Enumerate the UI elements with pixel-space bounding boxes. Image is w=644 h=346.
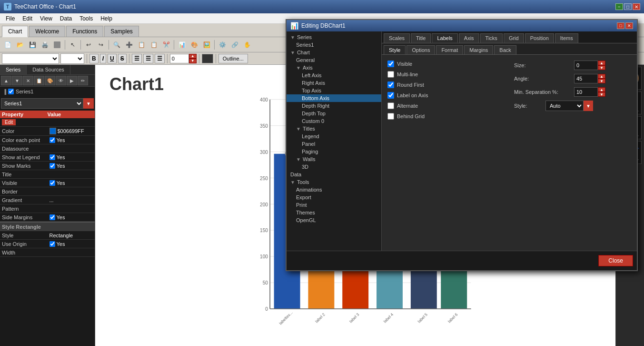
print-button[interactable]: 🖨️ xyxy=(39,39,50,51)
image-button[interactable]: 🖼️ xyxy=(201,39,212,51)
panel-tab-datasources[interactable]: Data Sources xyxy=(27,65,70,74)
tree-axis[interactable]: ▼ Axis xyxy=(287,64,381,71)
close-dialog-button[interactable]: Close xyxy=(598,255,633,266)
min-sep-spin-up[interactable]: ▲ xyxy=(598,87,605,92)
edit-button[interactable]: Edit xyxy=(2,119,16,125)
tab-functions[interactable]: Functions xyxy=(66,26,103,37)
size-input[interactable] xyxy=(170,54,189,63)
series-arrow-btn[interactable]: ▼ xyxy=(83,98,94,109)
maximize-button[interactable]: □ xyxy=(624,3,632,10)
color-button[interactable]: 🎨 xyxy=(188,39,200,51)
tree-chart[interactable]: ▼ Chart xyxy=(287,49,381,56)
preview-button[interactable] xyxy=(51,39,63,51)
tree-opengl[interactable]: OpenGL xyxy=(287,216,381,224)
sub-tab-style[interactable]: Style xyxy=(384,45,406,54)
underline-button[interactable]: U xyxy=(108,54,117,63)
add-button[interactable]: ➕ xyxy=(123,39,135,51)
behind-grid-checkbox[interactable] xyxy=(387,113,394,120)
tab-labels[interactable]: Labels xyxy=(432,33,457,43)
series-visible-btn[interactable]: 👁 xyxy=(56,76,66,85)
tab-welcome[interactable]: Welcome xyxy=(29,26,65,37)
tree-right-axis[interactable]: Right Axis xyxy=(287,79,381,87)
round-first-checkbox[interactable] xyxy=(387,81,394,88)
new-button[interactable]: 📄 xyxy=(2,39,13,51)
tree-custom0[interactable]: Custom 0 xyxy=(287,117,381,125)
tree-depth-right[interactable]: Depth Right xyxy=(287,102,381,110)
tab-scales[interactable]: Scales xyxy=(384,33,410,43)
series-up-btn[interactable]: ▲ xyxy=(1,76,11,85)
show-legend-checkbox[interactable] xyxy=(50,154,55,160)
visible-checkbox[interactable] xyxy=(50,180,55,186)
link-button[interactable]: 🔗 xyxy=(229,39,240,51)
paste-button[interactable]: 📋 xyxy=(148,39,159,51)
tree-themes[interactable]: Themes xyxy=(287,209,381,216)
tree-series[interactable]: ▼ Series xyxy=(287,33,381,41)
tree-panel[interactable]: Panel xyxy=(287,140,381,148)
tab-title[interactable]: Title xyxy=(411,33,431,43)
sub-tab-format[interactable]: Format xyxy=(436,45,463,54)
tree-series1[interactable]: Series1 xyxy=(287,41,381,49)
tree-tools[interactable]: ▼ Tools xyxy=(287,178,381,186)
size-down-button[interactable]: ▼ xyxy=(189,59,197,63)
label-on-axis-checkbox[interactable] xyxy=(387,92,394,99)
sub-tab-margins[interactable]: Margins xyxy=(464,45,493,54)
series-copy-btn[interactable]: 📋 xyxy=(34,76,44,85)
minimize-button[interactable]: − xyxy=(615,3,623,10)
series-edit-btn[interactable]: ▶ xyxy=(67,76,77,85)
series-down-btn[interactable]: ▼ xyxy=(12,76,22,85)
angle-spin-input[interactable]: 45 xyxy=(574,74,598,83)
tree-walls[interactable]: ▼ Walls xyxy=(287,155,381,163)
tree-paging[interactable]: Paging xyxy=(287,148,381,155)
tree-depth-top[interactable]: Depth Top xyxy=(287,110,381,117)
style-select-arrow[interactable]: ▼ xyxy=(584,101,593,111)
tree-animations[interactable]: Animations xyxy=(287,186,381,193)
use-origin-checkbox[interactable] xyxy=(50,241,55,247)
tree-titles[interactable]: ▼ Titles xyxy=(287,125,381,132)
settings-button[interactable]: ⚙️ xyxy=(217,39,228,51)
cursor-button[interactable]: ↖ xyxy=(67,39,79,51)
copy-button[interactable]: 📋 xyxy=(136,39,147,51)
strike-button[interactable]: S xyxy=(118,54,127,63)
style-select[interactable]: Auto xyxy=(545,101,584,111)
tab-axis[interactable]: Axis xyxy=(459,33,479,43)
size-spin-input[interactable]: 0 xyxy=(574,61,598,70)
align-center-button[interactable]: ☰ xyxy=(143,54,153,63)
size-spin-down[interactable]: ▼ xyxy=(598,65,605,70)
chart-type-button[interactable]: 📊 xyxy=(176,39,188,51)
color-swatch[interactable] xyxy=(50,128,56,134)
angle-spin-up[interactable]: ▲ xyxy=(598,74,605,79)
tree-export[interactable]: Export xyxy=(287,193,381,201)
color-picker[interactable] xyxy=(202,54,213,63)
tree-bottom-axis[interactable]: Bottom Axis xyxy=(287,94,381,102)
alternate-checkbox[interactable] xyxy=(387,102,394,109)
tab-grid[interactable]: Grid xyxy=(504,33,524,43)
menu-data[interactable]: Data xyxy=(56,14,76,23)
redo-button[interactable]: ↪ xyxy=(95,39,107,51)
menu-view[interactable]: View xyxy=(36,14,56,23)
font-name-select[interactable] xyxy=(2,53,59,64)
menu-help[interactable]: Help xyxy=(97,14,116,23)
cut-button[interactable]: ✂️ xyxy=(160,39,172,51)
tab-chart[interactable]: Chart xyxy=(2,26,28,37)
tab-items[interactable]: Items xyxy=(555,33,578,43)
align-right-button[interactable]: ☰ xyxy=(155,54,165,63)
italic-button[interactable]: I xyxy=(100,54,106,63)
align-left-button[interactable]: ☰ xyxy=(132,54,142,63)
outline-button[interactable]: Outline... xyxy=(218,54,248,63)
series-color-btn[interactable]: 🎨 xyxy=(45,76,55,85)
color-each-checkbox[interactable] xyxy=(50,137,55,143)
tab-ticks[interactable]: Ticks xyxy=(480,33,503,43)
window-close-button[interactable]: ✕ xyxy=(633,3,640,10)
bold-button[interactable]: B xyxy=(89,54,99,63)
size-spin-up[interactable]: ▲ xyxy=(598,61,605,65)
panel-tab-series[interactable]: Series xyxy=(0,65,27,74)
tree-top-axis[interactable]: Top Axis xyxy=(287,87,381,94)
size-up-button[interactable]: ▲ xyxy=(189,54,197,59)
open-button[interactable]: 📂 xyxy=(14,39,26,51)
tab-position[interactable]: Position xyxy=(525,33,554,43)
min-sep-spin-input[interactable]: 10 xyxy=(574,87,598,97)
undo-button[interactable]: ↩ xyxy=(83,39,94,51)
series-delete-btn[interactable]: ✕ xyxy=(23,76,33,85)
tree-3d[interactable]: 3D xyxy=(287,163,381,171)
hand-button[interactable]: ✋ xyxy=(241,39,253,51)
